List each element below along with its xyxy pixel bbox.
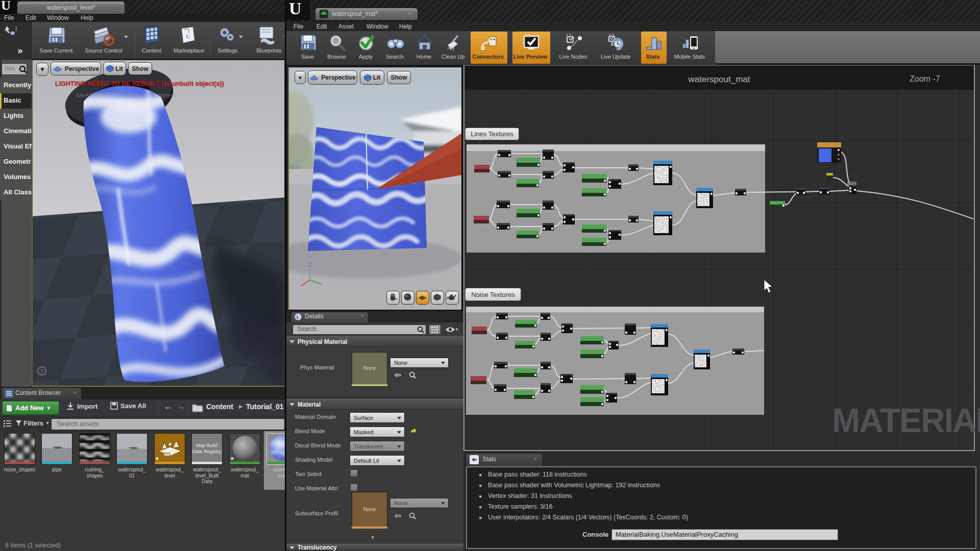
svg-text:?: ? (40, 368, 43, 374)
svg-text:i: i (297, 314, 298, 320)
svg-text:U: U (186, 33, 191, 40)
svg-text:Z: Z (308, 261, 312, 268)
svg-text:Map Build: Map Build (196, 442, 217, 448)
svg-text:Data Registry: Data Registry (192, 448, 222, 454)
